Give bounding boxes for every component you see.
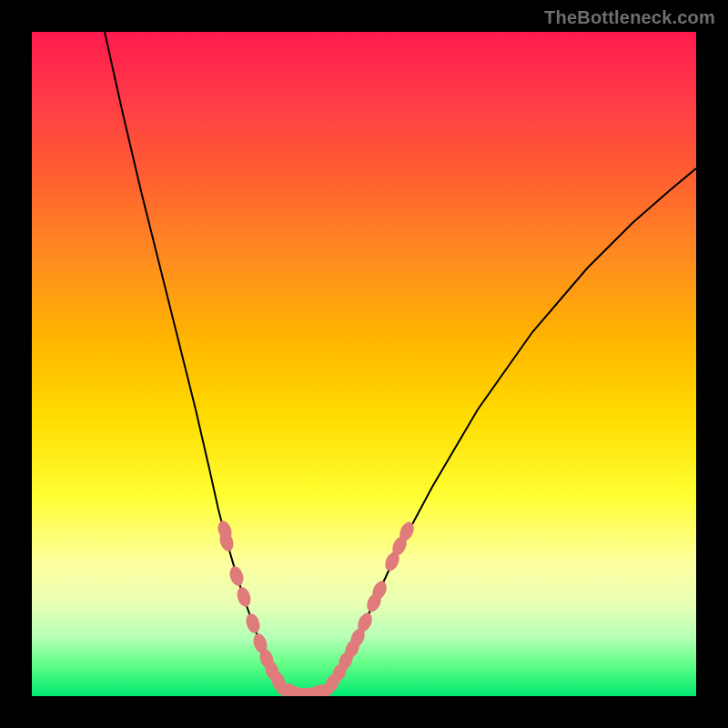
watermark-text: TheBottleneck.com (544, 7, 715, 28)
curve-layer (32, 32, 696, 696)
chart-frame: TheBottleneck.com (0, 0, 728, 728)
bottleneck-curve (105, 32, 696, 695)
bead (228, 564, 246, 587)
bead (235, 585, 253, 608)
plot-area (32, 32, 696, 696)
bead-group (216, 519, 417, 696)
bead (244, 612, 262, 634)
